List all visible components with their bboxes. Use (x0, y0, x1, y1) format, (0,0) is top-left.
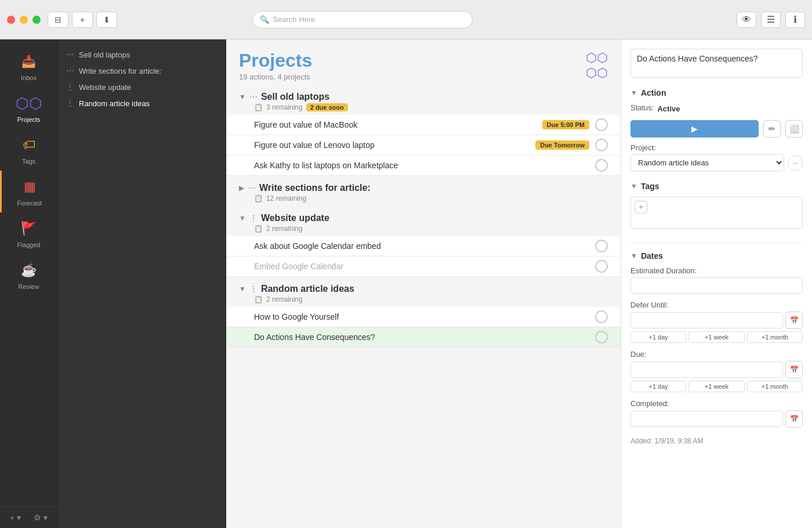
add-bottom-button[interactable]: + ▾ (10, 513, 21, 522)
due-plus-month-button[interactable]: +1 month (747, 381, 803, 392)
defer-plus-month-button[interactable]: +1 month (747, 331, 803, 343)
section-header-action: ▼ Action (630, 88, 803, 97)
tag-add-button[interactable]: + (635, 201, 647, 214)
due-badge-macbook: Due 5:00 PM (542, 120, 589, 129)
task-checkbox-macbook[interactable] (595, 118, 608, 131)
sec-item-write-sections[interactable]: ⋯ Write sections for article: (58, 63, 226, 79)
tags-icon: 🏷 (19, 135, 39, 155)
project-meta-write: 📋 12 remaining (226, 194, 621, 206)
project-nav-button[interactable]: → (788, 155, 803, 171)
project-header-random[interactable]: ▼ ⋮ Random article ideas (226, 279, 621, 295)
flagged-icon: 🚩 (19, 218, 39, 239)
project-icon-write: ⋯ (248, 183, 256, 193)
task-checkbox-consequences[interactable] (595, 331, 608, 343)
sidebar-label-inbox: Inbox (21, 74, 37, 81)
sidebar-toggle-button[interactable]: ⊟ (48, 12, 68, 28)
collapse-arrow-sell[interactable]: ▼ (239, 93, 246, 101)
completed-calendar-button[interactable]: 📅 (785, 410, 803, 428)
meta-icon-random: 📋 (254, 295, 263, 303)
task-row-macbook[interactable]: Figure out value of MacBook Due 5:00 PM (226, 115, 621, 135)
status-value: Active (657, 104, 680, 113)
task-checkbox-lenovo[interactable] (595, 139, 608, 151)
meta-icon-sell: 📋 (254, 103, 263, 111)
sec-icon-write: ⋯ (66, 66, 74, 75)
info-button[interactable]: ℹ (785, 12, 805, 28)
projects-list: ▼ ⋯ Sell old laptops 📋 3 remaining 2 due… (226, 87, 621, 528)
task-row-kathy[interactable]: Ask Kathy to list laptops on Marketplace (226, 155, 621, 176)
sec-label-website: Website update (79, 83, 131, 92)
play-button[interactable]: ▶ (630, 120, 759, 138)
defer-plus-week-button[interactable]: +1 week (688, 331, 744, 343)
minimize-button[interactable] (20, 16, 28, 24)
project-header-website[interactable]: ▼ ⋮ Website update (226, 208, 621, 225)
project-header-write[interactable]: ▶ ⋯ Write sections for article: (226, 178, 621, 194)
task-row-lenovo[interactable]: Figure out value of Lenovo laptop Due To… (226, 135, 621, 155)
window-controls (7, 16, 41, 24)
project-header-sell-laptops[interactable]: ▼ ⋯ Sell old laptops (226, 87, 621, 103)
completed-input[interactable] (630, 411, 783, 427)
section-dates-label: Dates (641, 251, 663, 261)
sec-icon-sell: ⋯ (66, 50, 74, 59)
sec-icon-website: ⋮ (66, 82, 74, 92)
search-placeholder[interactable]: Search Here (273, 15, 315, 24)
list-button[interactable]: ☰ (761, 12, 781, 28)
search-bar: 🔍 Search Here (252, 11, 473, 28)
edit-button[interactable]: ✏ (763, 120, 781, 138)
estimated-duration-input[interactable] (630, 277, 803, 294)
sidebar-label-review: Review (18, 283, 39, 290)
project-select[interactable]: Random article ideas (630, 154, 784, 171)
right-panel: Do Actions Have Consequences? ▼ Action S… (621, 39, 812, 528)
sec-item-random-article[interactable]: ⋮ Random article ideas (58, 95, 226, 111)
due-input[interactable] (630, 361, 783, 378)
sidebar: 📥 Inbox ⬡⬡ Projects 🏷 Tags ▦ Forecast 🚩 … (0, 39, 58, 528)
task-checkbox-embed-cal[interactable] (595, 260, 608, 273)
collapse-arrow-random[interactable]: ▼ (239, 285, 246, 293)
add-item-button[interactable]: + (72, 12, 93, 28)
sec-label-random: Random article ideas (79, 99, 150, 108)
close-button[interactable] (7, 16, 15, 24)
status-bar: ▶ ✏ ⬜ (630, 120, 803, 138)
status-row: Status: Active (630, 103, 803, 114)
project-meta-sell: 📋 3 remaining 2 due soon (226, 103, 621, 115)
task-row-consequences[interactable]: Do Actions Have Consequences? (226, 327, 621, 348)
due-label: Due: (630, 350, 803, 359)
project-meta-random: 📋 2 remaining (226, 295, 621, 307)
defer-plus-day-button[interactable]: +1 day (630, 331, 686, 343)
due-plus-week-button[interactable]: +1 week (688, 381, 744, 392)
collapse-arrow-website[interactable]: ▼ (239, 214, 246, 222)
sec-item-website-update[interactable]: ⋮ Website update (58, 79, 226, 95)
sidebar-item-review[interactable]: ☕ Review (0, 254, 57, 296)
sidebar-item-flagged[interactable]: 🚩 Flagged (0, 212, 57, 254)
due-badge-sell: 2 due soon (306, 103, 348, 111)
project-icon-sell: ⋯ (249, 92, 258, 102)
task-checkbox-google-embed[interactable] (595, 240, 608, 252)
defer-calendar-button[interactable]: 📅 (785, 312, 803, 329)
eye-button[interactable]: 👁 (737, 12, 756, 28)
grid-icon[interactable]: ⬡⬡⬡⬡ (586, 50, 608, 81)
settings-bottom-button[interactable]: ⚙ ▾ (34, 513, 48, 522)
flag-button[interactable]: ⬜ (785, 120, 803, 138)
sec-item-sell-laptops[interactable]: ⋯ Sell old laptops (58, 46, 226, 63)
inbox-icon: 📥 (19, 51, 39, 72)
task-checkbox-google-yourself[interactable] (595, 310, 608, 323)
download-button[interactable]: ⬇ (96, 12, 117, 28)
task-text-lenovo: Figure out value of Lenovo laptop (254, 140, 530, 150)
completed-label: Completed: (630, 399, 803, 408)
sidebar-item-inbox[interactable]: 📥 Inbox (0, 45, 57, 87)
due-plus-day-button[interactable]: +1 day (630, 381, 686, 392)
sidebar-item-forecast[interactable]: ▦ Forecast (0, 171, 57, 212)
collapse-arrow-write[interactable]: ▶ (239, 184, 244, 192)
task-row-embed-cal[interactable]: Embed Google Calendar (226, 256, 621, 277)
defer-until-input[interactable] (630, 312, 783, 328)
section-tags-label: Tags (641, 182, 659, 191)
section-action-label: Action (641, 88, 666, 97)
sidebar-item-tags[interactable]: 🏷 Tags (0, 129, 57, 171)
due-calendar-button[interactable]: 📅 (785, 361, 803, 378)
maximize-button[interactable] (32, 16, 41, 24)
task-checkbox-kathy[interactable] (595, 159, 608, 172)
sidebar-item-projects[interactable]: ⬡⬡ Projects (0, 87, 57, 129)
task-row-google-yourself[interactable]: How to Google Yourself (226, 307, 621, 327)
titlebar: ⊟ + ⬇ 🔍 Search Here 👁 ☰ ℹ (0, 0, 812, 39)
added-label-text: Added: (630, 437, 652, 445)
task-row-google-embed[interactable]: Ask about Google Calendar embed (226, 236, 621, 256)
